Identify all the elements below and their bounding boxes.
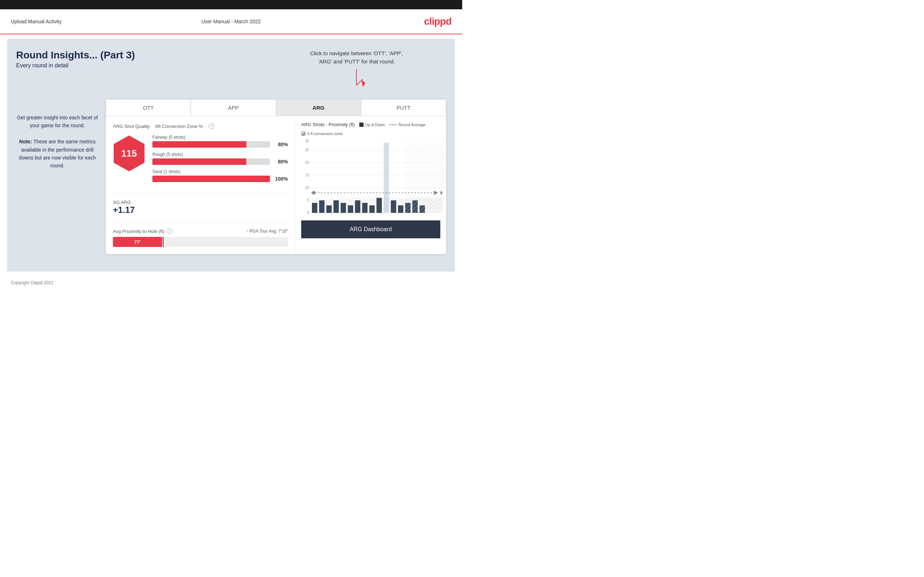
clippd-logo: clippd	[424, 16, 451, 27]
content-layout: Get greater insight into each facet of y…	[16, 99, 446, 254]
svg-rect-26	[355, 200, 360, 213]
chart-title: ARG Shots - Proximity (ft)	[301, 122, 355, 127]
copyright-text: Copyright Clippd 2021	[11, 280, 53, 285]
upload-manual-label: Upload Manual Activity	[11, 19, 62, 24]
bar-label-fairway: Fairway (5 shots)	[152, 135, 288, 140]
bar-fill-rough	[152, 158, 246, 165]
bars-section: Fairway (5 shots) 80% Rough (5 shots)	[152, 135, 288, 186]
pga-label: ↑ PGA Tour Avg: 7'10"	[246, 229, 288, 234]
bar-container-fairway: 80%	[152, 141, 288, 148]
proximity-section: Avg Proximity to Hole (ft) ? ↑ PGA Tour …	[113, 222, 288, 247]
svg-rect-30	[384, 143, 389, 213]
main-content: Round Insights... (Part 3) Every round i…	[7, 39, 455, 272]
bar-pct-fairway: 80%	[274, 142, 288, 147]
svg-rect-29	[376, 198, 382, 213]
svg-text:0: 0	[307, 211, 309, 215]
svg-text:5: 5	[307, 198, 309, 202]
proximity-bar-text: 77'	[134, 239, 141, 245]
left-panel: Get greater insight into each facet of y…	[16, 99, 99, 170]
proximity-bar-track: 77'	[113, 237, 288, 247]
tab-app[interactable]: APP	[191, 99, 276, 116]
svg-rect-20	[312, 203, 317, 213]
bar-track-fairway	[152, 141, 270, 148]
bar-pct-rough: 80%	[274, 159, 288, 164]
legend-round-avg-label: Round Average	[398, 122, 426, 127]
svg-line-1	[356, 79, 363, 85]
svg-rect-31	[391, 200, 396, 213]
proximity-bar-fill: 77'	[113, 237, 162, 247]
insight-text-1: Get greater insight into each facet of y…	[17, 115, 98, 128]
svg-marker-38	[311, 191, 316, 195]
hex-number: 115	[121, 148, 137, 159]
svg-rect-36	[405, 143, 444, 213]
svg-marker-2	[362, 80, 365, 87]
shot-quality-label: ARG Shot Quality	[113, 124, 150, 129]
hexagon-wrap: 115	[113, 135, 145, 172]
main-card: OTT APP ARG PUTT ARG Shot Quality 6ft Co…	[106, 99, 446, 254]
legend-checkbox-6ft	[301, 132, 305, 136]
svg-text:10: 10	[305, 185, 309, 190]
sg-label: SG ARG	[113, 200, 288, 205]
bar-row-rough: Rough (5 shots) 80%	[152, 152, 288, 165]
arrow-annotation	[346, 69, 367, 94]
bar-row-sand: Sand (1 shots) 100%	[152, 169, 288, 182]
top-bar	[0, 0, 462, 9]
bar-pct-sand: 100%	[274, 176, 288, 182]
svg-rect-25	[348, 205, 353, 213]
tab-ott[interactable]: OTT	[106, 99, 191, 116]
svg-rect-22	[326, 205, 332, 213]
sg-value: +1.17	[113, 205, 288, 215]
insight-text: Get greater insight into each facet of y…	[16, 114, 99, 170]
tab-putt[interactable]: PUTT	[361, 99, 446, 116]
hex-bars-area: 115 Fairway (5 shots) 80%	[113, 135, 288, 186]
bar-fill-sand	[152, 176, 270, 182]
bar-track-sand	[152, 176, 270, 182]
manual-date-label: User Manual - March 2022	[202, 19, 261, 24]
legend-box-up-down	[359, 122, 363, 127]
bar-fill-fairway	[152, 141, 246, 148]
sg-section: SG ARG +1.17	[113, 193, 288, 215]
svg-rect-27	[362, 203, 368, 213]
legend-dashed-line	[389, 124, 397, 125]
legend-up-down-label: Up & Down	[365, 122, 386, 127]
svg-text:8: 8	[440, 191, 443, 195]
bar-label-sand: Sand (1 shots)	[152, 169, 288, 174]
card-right-section: ARG Shots - Proximity (ft) Up & Down Rou…	[296, 116, 446, 254]
proximity-label: Avg Proximity to Hole (ft)	[113, 229, 165, 234]
svg-text:25: 25	[305, 148, 309, 152]
footer: Copyright Clippd 2021	[0, 276, 462, 290]
proximity-bar-wrap: 77'	[113, 237, 288, 247]
svg-rect-28	[369, 205, 375, 213]
legend-round-avg: Round Average	[389, 122, 426, 127]
header: Upload Manual Activity User Manual - Mar…	[0, 9, 462, 34]
bar-row-fairway: Fairway (5 shots) 80%	[152, 135, 288, 148]
tab-arg[interactable]: ARG	[276, 99, 361, 116]
page-subtitle: Every round in detail	[16, 62, 135, 69]
conversion-label: 6ft Conversion Zone %	[156, 124, 203, 129]
svg-text:30: 30	[305, 139, 309, 143]
card-left-section: ARG Shot Quality 6ft Conversion Zone % ?…	[106, 116, 296, 254]
page-title: Round Insights... (Part 3)	[16, 50, 135, 61]
legend-up-down: Up & Down	[359, 122, 386, 127]
proximity-chart: 0 5 10 15 20 25 30	[301, 139, 444, 218]
legend-6ft-label: 6 ft conversion zone	[307, 132, 342, 136]
arg-dashboard-button[interactable]: ARG Dashboard	[301, 221, 440, 239]
help-icon[interactable]: ?	[209, 123, 215, 129]
bar-container-rough: 80%	[152, 158, 288, 165]
svg-rect-32	[398, 205, 403, 213]
nav-hint: Click to navigate between 'OTT', 'APP','…	[310, 50, 403, 66]
chart-area: 0 5 10 15 20 25 30	[301, 139, 440, 218]
proximity-help-icon[interactable]: ?	[167, 228, 173, 234]
shot-quality-header: ARG Shot Quality 6ft Conversion Zone % ?	[113, 123, 288, 129]
proximity-header: Avg Proximity to Hole (ft) ? ↑ PGA Tour …	[113, 228, 288, 234]
svg-rect-24	[341, 203, 346, 213]
card-body: ARG Shot Quality 6ft Conversion Zone % ?…	[106, 116, 446, 254]
svg-rect-21	[319, 200, 325, 213]
bar-track-rough	[152, 158, 270, 165]
insight-note: Note:	[19, 139, 32, 144]
svg-rect-23	[333, 200, 339, 213]
bar-label-rough: Rough (5 shots)	[152, 152, 288, 157]
svg-text:20: 20	[305, 161, 309, 164]
legend-6ft: 6 ft conversion zone	[301, 132, 342, 136]
svg-text:15: 15	[305, 173, 309, 177]
